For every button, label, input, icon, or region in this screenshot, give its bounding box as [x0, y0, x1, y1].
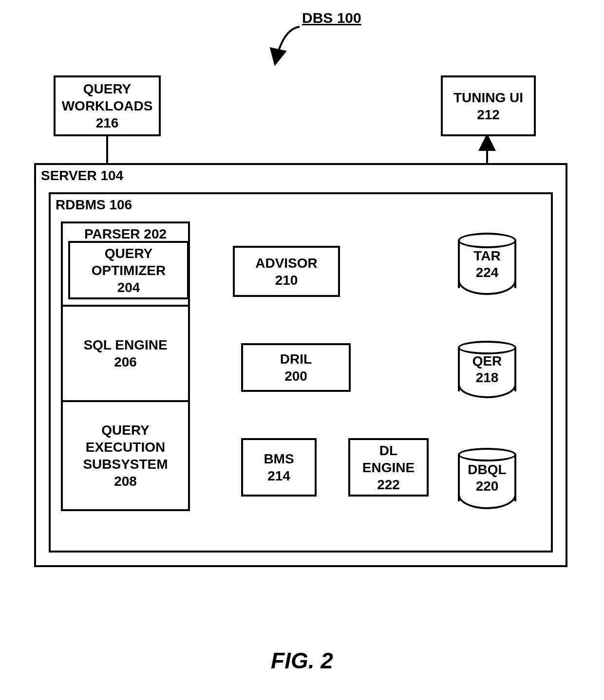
advisor-box: ADVISOR 210	[233, 246, 340, 297]
figure-caption: FIG. 2	[0, 647, 604, 674]
dbs-title: DBS 100	[302, 10, 361, 26]
dl-engine-box: DL ENGINE 222	[348, 438, 429, 497]
tar-line1: TAR	[473, 248, 500, 264]
qer-num: 218	[476, 369, 499, 386]
sql-num: 206	[114, 353, 137, 370]
adv-line1: ADVISOR	[255, 255, 318, 272]
server-label: SERVER 104	[41, 168, 123, 184]
dle-num: 222	[377, 476, 400, 493]
dril-line1: DRIL	[280, 350, 312, 368]
qe-line1: QUERY	[101, 422, 150, 439]
bms-box: BMS 214	[241, 438, 317, 497]
dle-line1: DL	[379, 442, 397, 459]
tuning-ui-box: TUNING UI 212	[441, 75, 536, 136]
query-exec-box: QUERY EXECUTION SUBSYSTEM 208	[61, 400, 190, 511]
tar-num: 224	[476, 264, 499, 281]
tui-num: 212	[477, 106, 500, 123]
qw-num: 216	[96, 114, 119, 131]
parser-label: PARSER 202	[63, 226, 188, 242]
qe-line3: SUBSYSTEM	[83, 456, 168, 473]
dle-line2: ENGINE	[362, 459, 415, 476]
query-workloads-box: QUERY WORKLOADS 216	[54, 75, 161, 136]
qe-line2: EXECUTION	[86, 439, 165, 456]
qe-num: 208	[114, 473, 137, 490]
sql-line1: SQL ENGINE	[83, 336, 167, 353]
qo-num: 204	[117, 279, 140, 296]
qo-line1: QUERY	[105, 245, 153, 262]
tui-line1: TUNING UI	[453, 89, 523, 106]
dbql-cylinder: DBQL 220	[458, 448, 516, 510]
dril-box: DRIL 200	[241, 343, 351, 392]
dbql-num: 220	[476, 478, 499, 495]
sql-engine-box: SQL ENGINE 206	[61, 305, 190, 402]
dbql-line1: DBQL	[468, 461, 506, 478]
qw-line2: WORKLOADS	[62, 97, 153, 114]
query-optimizer-box: QUERY OPTIMIZER 204	[68, 241, 189, 299]
qw-line1: QUERY	[83, 80, 132, 97]
qer-cylinder: QER 218	[458, 341, 516, 399]
adv-num: 210	[275, 272, 298, 289]
rdbms-label: RDBMS 106	[56, 197, 132, 213]
bms-line1: BMS	[264, 450, 294, 467]
dril-num: 200	[284, 368, 307, 385]
bms-num: 214	[267, 467, 290, 484]
qo-line2: OPTIMIZER	[92, 262, 166, 279]
qer-line1: QER	[472, 353, 502, 369]
tar-cylinder: TAR 224	[458, 233, 516, 296]
